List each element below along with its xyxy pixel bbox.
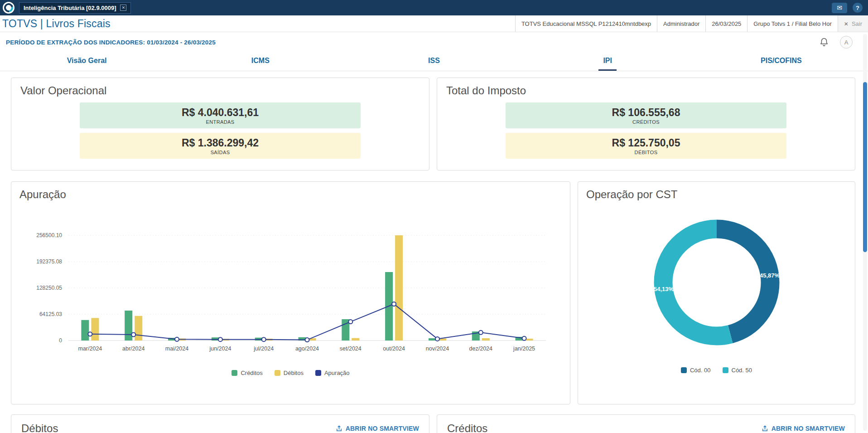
date-info: 26/03/2025 (705, 15, 747, 32)
tab-iss[interactable]: ISS (347, 52, 521, 71)
debitos-label: DÉBITOS (506, 150, 786, 155)
creditos-bar (81, 320, 89, 341)
abrir-smartview-link-debitos[interactable]: ABRIR NO SMARTVIEW (336, 425, 419, 432)
app-tab-label: Inteligência Tributária [02.9.0009] (24, 5, 116, 11)
card-title: Valor Operacional (20, 84, 420, 97)
legend-swatch (681, 367, 687, 373)
creditos-bar (125, 311, 132, 341)
legend-swatch (231, 370, 237, 376)
legend-label: Créditos (241, 370, 262, 376)
creditos-label: CRÉDITOS (506, 119, 786, 125)
scrollbar-thumb[interactable] (863, 82, 867, 252)
close-icon (844, 20, 849, 27)
x-tick-label: mar/2024 (78, 345, 102, 352)
cst-donut-chart: 45,87%54,13% (586, 201, 848, 360)
legend-item: Cód. 50 (723, 367, 752, 374)
card-title: Operação por CST (586, 188, 847, 201)
legend-item: Cód. 00 (681, 367, 711, 374)
legend-item: Créditos (231, 370, 262, 376)
app-header: TOTVS | Livros Fiscais TOTVS Educacional… (0, 15, 868, 32)
app-tab[interactable]: Inteligência Tributária [02.9.0009] (19, 2, 131, 14)
legend-item: Apuração (315, 370, 350, 376)
apuracao-line-marker (479, 331, 483, 335)
card-title: Apuração (19, 188, 562, 201)
apuracao-line-marker (435, 337, 439, 341)
valor-operacional-card: Valor Operacional R$ 4.040.631,61 ENTRAD… (11, 78, 429, 170)
y-tick-label: 0 (59, 337, 62, 344)
legend-swatch (315, 370, 321, 376)
branch-selector[interactable]: Grupo Totvs 1 / Filial Belo Hor (747, 15, 837, 32)
y-tick-label: 64125.03 (39, 311, 62, 317)
legend-label: Apuração (324, 370, 350, 376)
entradas-value-pill: R$ 4.040.631,61 ENTRADAS (80, 102, 361, 128)
debitos-card: Débitos ABRIR NO SMARTVIEW (11, 414, 429, 433)
legend-label: Cód. 50 (732, 367, 752, 374)
apuracao-card: Apuração 064125.03128250.05192375.082565… (11, 181, 570, 404)
debitos-bar (482, 338, 490, 341)
operacao-cst-card: Operação por CST 45,87%54,13% Cód. 00Cód… (578, 181, 855, 404)
y-tick-label: 128250.05 (36, 285, 62, 291)
debitos-bar (135, 316, 142, 341)
legend-label: Débitos (284, 370, 304, 376)
app-title: TOTVS | Livros Fiscais (0, 15, 111, 32)
tab-icms[interactable]: ICMS (174, 52, 347, 71)
creditos-value: R$ 106.555,68 (506, 106, 786, 119)
legend-swatch (723, 367, 728, 373)
apuracao-line-marker (522, 336, 526, 341)
debitos-value-pill: R$ 125.750,05 DÉBITOS (506, 133, 786, 159)
creditos-card: Créditos ABRIR NO SMARTVIEW (437, 414, 855, 433)
help-icon[interactable] (853, 3, 863, 13)
open-smartview-icon (762, 425, 768, 432)
apuracao-line-marker (305, 338, 309, 342)
dashboard-content: Valor Operacional R$ 4.040.631,61 ENTRAD… (0, 71, 868, 433)
topbar-actions (832, 3, 863, 13)
logout-button[interactable]: Sair (838, 15, 868, 32)
saidas-value: R$ 1.386.299,42 (80, 136, 361, 149)
abrir-smartview-link-creditos[interactable]: ABRIR NO SMARTVIEW (762, 425, 845, 432)
total-imposto-card: Total do Imposto R$ 106.555,68 CRÉDITOS … (437, 78, 855, 170)
apuracao-line-marker (131, 333, 135, 337)
entradas-label: ENTRADAS (80, 119, 361, 125)
user-avatar[interactable]: A (840, 36, 853, 49)
donut-slice-label: 54,13% (654, 286, 674, 292)
vertical-scrollbar[interactable] (863, 34, 867, 431)
apuracao-line (90, 304, 524, 340)
card-title: Total do Imposto (446, 84, 846, 97)
legend-item: Débitos (275, 370, 304, 376)
close-tab-icon[interactable] (120, 5, 126, 11)
mail-icon[interactable] (832, 3, 847, 13)
apuracao-line-marker (262, 337, 266, 341)
tab-visao-geral[interactable]: Visão Geral (0, 52, 174, 71)
card-title: Créditos (447, 422, 487, 433)
tax-tabs: Visão Geral ICMS ISS IPI PIS/COFINS (0, 52, 868, 71)
y-tick-label: 256500.10 (36, 232, 62, 238)
apuracao-line-marker (392, 302, 396, 306)
user-info: Administrador (657, 15, 705, 32)
y-tick-label: 192375.08 (36, 258, 62, 265)
apuracao-line-marker (348, 320, 352, 324)
debitos-value: R$ 125.750,05 (506, 136, 786, 149)
saidas-label: SAÍDAS (80, 150, 361, 155)
creditos-value-pill: R$ 106.555,68 CRÉDITOS (506, 102, 786, 128)
debitos-bar (395, 235, 403, 341)
period-label: PERÍODO DE EXTRAÇÃO DOS INDICADORES: 01/… (6, 39, 216, 46)
tab-pis-cofins[interactable]: PIS/COFINS (694, 52, 868, 71)
x-tick-label: out/2024 (383, 345, 405, 352)
notifications-bell-icon[interactable] (819, 37, 829, 47)
logout-label: Sair (852, 20, 862, 27)
apuracao-line-marker (88, 332, 92, 336)
apuracao-chart: 064125.03128250.05192375.08256500.10mar/… (19, 201, 563, 357)
session-info-bar: TOTVS Educacional MSSQL P1212410mntdbexp… (515, 15, 868, 32)
tab-ipi[interactable]: IPI (521, 52, 694, 71)
x-tick-label: dez/2024 (469, 345, 492, 352)
x-tick-label: jan/2025 (513, 345, 535, 352)
card-title: Débitos (21, 422, 58, 433)
debitos-bar (91, 318, 99, 341)
x-tick-label: nov/2024 (426, 345, 449, 352)
period-row: PERÍODO DE EXTRAÇÃO DOS INDICADORES: 01/… (0, 32, 868, 52)
x-tick-label: jun/2024 (209, 345, 231, 352)
apuracao-line-marker (175, 337, 179, 341)
x-tick-label: abr/2024 (122, 345, 145, 352)
environment-info: TOTVS Educacional MSSQL P1212410mntdbexp (515, 15, 657, 32)
saidas-value-pill: R$ 1.386.299,42 SAÍDAS (80, 133, 361, 159)
